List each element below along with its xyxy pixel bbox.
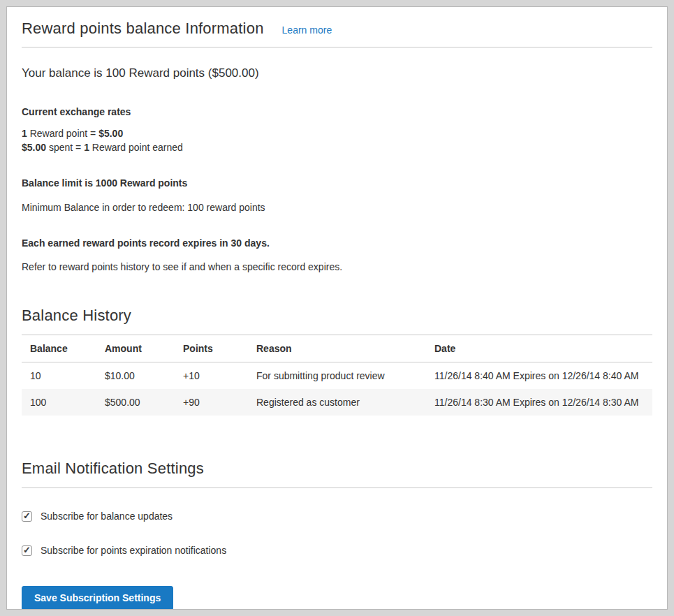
cell-balance: 100 — [22, 389, 96, 416]
column-header-balance: Balance — [22, 335, 96, 362]
table-header-row: Balance Amount Points Reason Date — [22, 335, 652, 362]
column-header-amount: Amount — [96, 335, 175, 362]
balance-history-title: Balance History — [22, 307, 652, 335]
rate1-amount: $5.00 — [98, 128, 123, 139]
reward-info-card: Reward points balance Information Learn … — [6, 6, 668, 610]
expiry-hint: Refer to reward points history to see if… — [22, 260, 652, 274]
save-subscription-button[interactable]: Save Subscription Settings — [22, 586, 173, 610]
cell-amount: $10.00 — [96, 362, 175, 390]
balance-updates-checkbox[interactable] — [22, 511, 32, 522]
checkbox-label: Subscribe for balance updates — [41, 511, 173, 522]
rate2-points: 1 — [84, 142, 89, 153]
exchange-rate-line-spend: $5.00 spent = 1 Reward point earned — [22, 140, 652, 154]
exchange-rates-heading: Current exchange rates — [22, 105, 652, 118]
cell-reason: Registered as customer — [248, 389, 426, 416]
balance-summary: Your balance is 100 Reward points ($500.… — [22, 66, 652, 80]
cell-reason: For submitting product review — [248, 362, 426, 390]
rate2-tail: Reward point earned — [89, 142, 183, 153]
column-header-points: Points — [175, 335, 248, 362]
table-row: 10 $10.00 +10 For submitting product rev… — [22, 362, 652, 390]
rate2-text: spent = — [46, 142, 84, 153]
column-header-reason: Reason — [248, 335, 426, 362]
cell-amount: $500.00 — [96, 389, 175, 416]
subscribe-points-expiration-row[interactable]: Subscribe for points expiration notifica… — [22, 545, 226, 556]
cell-date: 11/26/14 8:30 AM Expires on 12/26/14 8:3… — [426, 389, 652, 416]
exchange-rate-lines: 1 Reward point = $5.00 $5.00 spent = 1 R… — [22, 126, 652, 154]
email-settings-title: Email Notification Settings — [22, 460, 652, 488]
rate2-amount: $5.00 — [22, 142, 46, 153]
expiry-notice: Each earned reward points record expires… — [22, 237, 652, 249]
cell-points: +10 — [175, 362, 248, 390]
rate1-points: 1 — [22, 128, 27, 139]
rate1-text: Reward point = — [27, 128, 98, 139]
balance-history-table: Balance Amount Points Reason Date 10 $10… — [22, 335, 652, 416]
minimum-balance-notice: Minimum Balance in order to redeem: 100 … — [22, 200, 652, 214]
cell-date: 11/26/14 8:40 AM Expires on 12/26/14 8:4… — [426, 362, 652, 390]
learn-more-link[interactable]: Learn more — [282, 24, 332, 36]
page-title-row: Reward points balance Information Learn … — [22, 20, 652, 47]
page-title: Reward points balance Information — [22, 20, 264, 38]
cell-balance: 10 — [22, 362, 96, 390]
points-expiration-checkbox[interactable] — [22, 545, 32, 556]
checkbox-label: Subscribe for points expiration notifica… — [41, 545, 226, 556]
balance-limit-notice: Balance limit is 1000 Reward points — [22, 177, 652, 189]
subscribe-balance-updates-row[interactable]: Subscribe for balance updates — [22, 511, 173, 522]
column-header-date: Date — [426, 335, 652, 362]
table-row: 100 $500.00 +90 Registered as customer 1… — [22, 389, 652, 416]
exchange-rate-line-earn: 1 Reward point = $5.00 — [22, 126, 652, 140]
cell-points: +90 — [175, 389, 248, 416]
